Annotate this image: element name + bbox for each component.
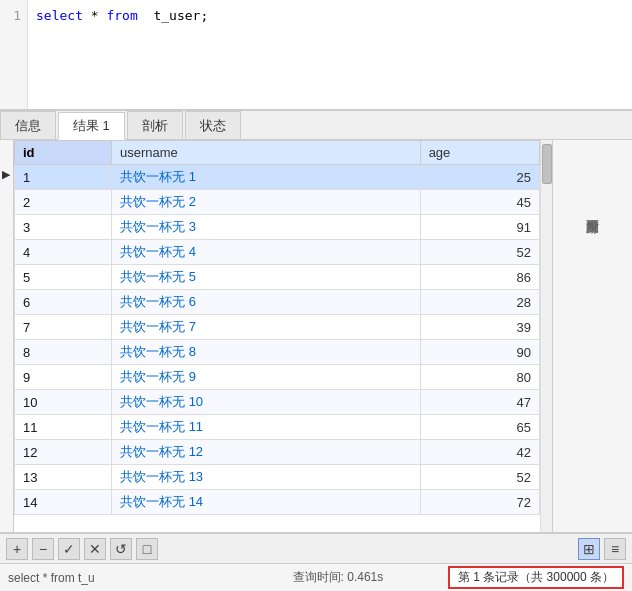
table-row[interactable]: 14共饮一杯无 1472 bbox=[15, 490, 540, 515]
tab-profile[interactable]: 剖析 bbox=[127, 111, 183, 139]
cell-id: 14 bbox=[15, 490, 112, 515]
table-row[interactable]: 9共饮一杯无 980 bbox=[15, 365, 540, 390]
cell-username: 共饮一杯无 5 bbox=[112, 265, 421, 290]
table-row[interactable]: 12共饮一杯无 1242 bbox=[15, 440, 540, 465]
table-row[interactable]: 3共饮一杯无 391 bbox=[15, 215, 540, 240]
cell-age: 47 bbox=[420, 390, 539, 415]
sql-table: t_user; bbox=[138, 8, 208, 23]
table-row[interactable]: 10共饮一杯无 1047 bbox=[15, 390, 540, 415]
tabs-bar: 信息 结果 1 剖析 状态 bbox=[0, 110, 632, 140]
status-sql: select * from t_u bbox=[8, 571, 228, 585]
remove-button[interactable]: − bbox=[32, 538, 54, 560]
table-header-row: id username age bbox=[15, 141, 540, 165]
table-row[interactable]: 8共饮一杯无 890 bbox=[15, 340, 540, 365]
table-row[interactable]: 4共饮一杯无 452 bbox=[15, 240, 540, 265]
cell-username: 共饮一杯无 3 bbox=[112, 215, 421, 240]
tab-result1-label: 结果 1 bbox=[73, 117, 110, 135]
cell-age: 52 bbox=[420, 240, 539, 265]
cell-username: 共饮一杯无 4 bbox=[112, 240, 421, 265]
col-header-age[interactable]: age bbox=[420, 141, 539, 165]
status-bar: select * from t_u 查询时间: 0.461s 第 1 条记录（共… bbox=[0, 563, 632, 591]
view-button[interactable]: □ bbox=[136, 538, 158, 560]
row-arrow: ▶ bbox=[0, 168, 10, 181]
line-number-1: 1 bbox=[6, 6, 21, 27]
table-row[interactable]: 5共饮一杯无 586 bbox=[15, 265, 540, 290]
col-header-id[interactable]: id bbox=[15, 141, 112, 165]
keyword-select: select bbox=[36, 8, 83, 23]
table-row[interactable]: 11共饮一杯无 1165 bbox=[15, 415, 540, 440]
line-numbers: 1 bbox=[0, 0, 28, 109]
cell-age: 39 bbox=[420, 315, 539, 340]
cell-age: 90 bbox=[420, 340, 539, 365]
cell-id: 4 bbox=[15, 240, 112, 265]
cell-username: 共饮一杯无 12 bbox=[112, 440, 421, 465]
cell-age: 52 bbox=[420, 465, 539, 490]
sql-content[interactable]: select * from t_user; bbox=[28, 0, 632, 109]
bottom-toolbar: + − ✓ ✕ ↺ □ ⊞ ≡ bbox=[0, 533, 632, 563]
cell-id: 3 bbox=[15, 215, 112, 240]
cell-username: 共饮一杯无 14 bbox=[112, 490, 421, 515]
confirm-button[interactable]: ✓ bbox=[58, 538, 80, 560]
cell-username: 共饮一杯无 1 bbox=[112, 165, 421, 190]
main-container: 1 select * from t_user; 信息 结果 1 剖析 状态 ▶ bbox=[0, 0, 632, 591]
tab-result1[interactable]: 结果 1 bbox=[58, 112, 125, 140]
table-body: 1共饮一杯无 1252共饮一杯无 2453共饮一杯无 3914共饮一杯无 452… bbox=[15, 165, 540, 515]
table-row[interactable]: 1共饮一杯无 125 bbox=[15, 165, 540, 190]
cell-age: 45 bbox=[420, 190, 539, 215]
status-record-count: 第 1 条记录（共 300000 条） bbox=[448, 566, 624, 589]
cell-id: 8 bbox=[15, 340, 112, 365]
sql-star: * bbox=[83, 8, 106, 23]
grid-view-button[interactable]: ⊞ bbox=[578, 538, 600, 560]
add-button[interactable]: + bbox=[6, 538, 28, 560]
cell-age: 72 bbox=[420, 490, 539, 515]
table-row[interactable]: 2共饮一杯无 245 bbox=[15, 190, 540, 215]
table-row[interactable]: 7共饮一杯无 739 bbox=[15, 315, 540, 340]
cell-id: 13 bbox=[15, 465, 112, 490]
cell-id: 6 bbox=[15, 290, 112, 315]
scrollbar-track[interactable] bbox=[540, 140, 552, 532]
cell-age: 86 bbox=[420, 265, 539, 290]
cell-id: 10 bbox=[15, 390, 112, 415]
data-table: id username age 1共饮一杯无 1252共饮一杯无 2453共饮一… bbox=[14, 140, 540, 515]
tab-status[interactable]: 状态 bbox=[185, 111, 241, 139]
cell-age: 25 bbox=[420, 165, 539, 190]
cell-id: 9 bbox=[15, 365, 112, 390]
sql-editor: 1 select * from t_user; bbox=[0, 0, 632, 110]
scrollbar-thumb[interactable] bbox=[542, 144, 552, 184]
table-container: id username age 1共饮一杯无 1252共饮一杯无 2453共饮一… bbox=[14, 140, 540, 532]
col-header-username[interactable]: username bbox=[112, 141, 421, 165]
table-row[interactable]: 13共饮一杯无 1352 bbox=[15, 465, 540, 490]
keyword-from: from bbox=[106, 8, 137, 23]
cell-age: 28 bbox=[420, 290, 539, 315]
cell-age: 91 bbox=[420, 215, 539, 240]
cell-id: 2 bbox=[15, 190, 112, 215]
cell-username: 共饮一杯无 10 bbox=[112, 390, 421, 415]
cell-age: 42 bbox=[420, 440, 539, 465]
cell-username: 共饮一杯无 11 bbox=[112, 415, 421, 440]
cell-username: 共饮一杯无 8 bbox=[112, 340, 421, 365]
cell-id: 11 bbox=[15, 415, 112, 440]
list-view-button[interactable]: ≡ bbox=[604, 538, 626, 560]
cell-age: 65 bbox=[420, 415, 539, 440]
table-scroll[interactable]: id username age 1共饮一杯无 1252共饮一杯无 2453共饮一… bbox=[14, 140, 540, 532]
cell-username: 共饮一杯无 2 bbox=[112, 190, 421, 215]
cell-username: 共饮一杯无 9 bbox=[112, 365, 421, 390]
table-row[interactable]: 6共饮一杯无 628 bbox=[15, 290, 540, 315]
tab-info[interactable]: 信息 bbox=[0, 111, 56, 139]
cell-username: 共饮一杯无 13 bbox=[112, 465, 421, 490]
status-time: 查询时间: 0.461s bbox=[228, 569, 448, 586]
cell-username: 共饮一杯无 6 bbox=[112, 290, 421, 315]
tab-profile-label: 剖析 bbox=[142, 117, 168, 135]
tab-status-label: 状态 bbox=[200, 117, 226, 135]
cell-age: 80 bbox=[420, 365, 539, 390]
results-area: ▶ id username age 1共饮一杯无 1252共饮一杯无 2453共… bbox=[0, 140, 632, 533]
right-panel: 没有可用的对象 bbox=[552, 140, 632, 532]
row-indicator: ▶ bbox=[0, 140, 14, 532]
cell-username: 共饮一杯无 7 bbox=[112, 315, 421, 340]
cell-id: 5 bbox=[15, 265, 112, 290]
tab-info-label: 信息 bbox=[15, 117, 41, 135]
cell-id: 1 bbox=[15, 165, 112, 190]
cell-id: 12 bbox=[15, 440, 112, 465]
cancel-button[interactable]: ✕ bbox=[84, 538, 106, 560]
refresh-button[interactable]: ↺ bbox=[110, 538, 132, 560]
